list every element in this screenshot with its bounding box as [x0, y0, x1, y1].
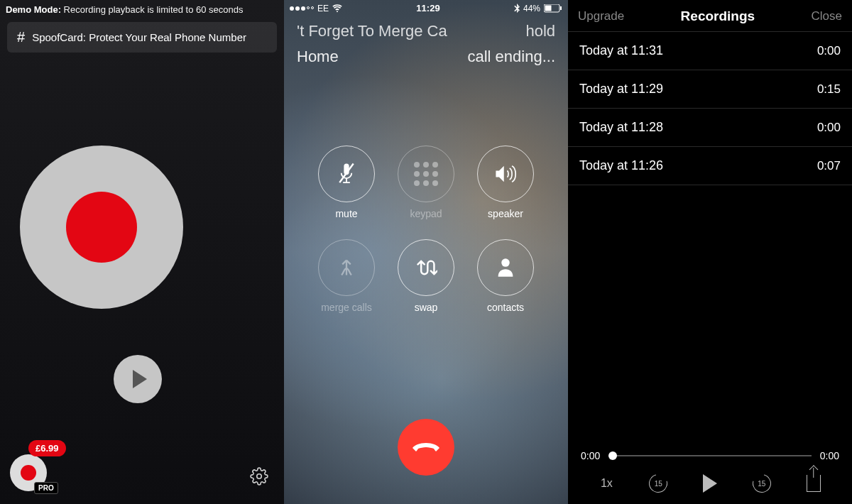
recording-label: Today at 11:26 [579, 158, 663, 173]
swap-button[interactable]: swap [386, 239, 466, 313]
keypad-icon [414, 162, 438, 186]
hash-icon: # [17, 29, 25, 45]
call-contact-name: 't Forget To Merge Ca [297, 22, 447, 40]
pro-dot-icon [21, 465, 36, 481]
speaker-icon [493, 164, 518, 184]
settings-button[interactable] [250, 467, 268, 488]
recording-label: Today at 11:29 [579, 82, 663, 97]
recording-duration: 0:00 [817, 121, 841, 135]
svg-rect-2 [545, 5, 551, 11]
recording-row[interactable]: Today at 11:31 0:00 [568, 31, 852, 70]
scrubber-thumb-icon [608, 451, 617, 460]
recording-duration: 0:07 [817, 159, 841, 173]
keypad-label: keypad [410, 208, 442, 219]
recording-row[interactable]: Today at 11:29 0:15 [568, 70, 852, 109]
upgrade-button[interactable]: Upgrade [578, 9, 624, 23]
demo-mode-label: Demo Mode: [6, 4, 61, 15]
call-controls-grid: mute keypad speaker merge calls swap con… [284, 146, 568, 313]
contacts-label: contacts [487, 302, 524, 313]
playback-speed-button[interactable]: 1x [581, 477, 633, 490]
secondary-call-status: call ending... [467, 48, 555, 66]
swap-label: swap [415, 302, 438, 313]
pro-price-badge: £6.99 [28, 440, 66, 456]
contacts-icon [496, 257, 515, 278]
recorder-screen: Demo Mode: Recording playback is limited… [0, 0, 284, 504]
pro-upsell-button[interactable]: £6.99 PRO [10, 449, 53, 491]
play-icon [703, 474, 717, 493]
call-info: 't Forget To Merge Ca hold Home call end… [284, 15, 568, 66]
recording-row[interactable]: Today at 11:28 0:00 [568, 109, 852, 147]
recording-duration: 0:00 [817, 44, 841, 58]
mute-label: mute [335, 208, 357, 219]
share-icon [807, 475, 821, 492]
end-call-button[interactable] [398, 419, 454, 476]
mute-button[interactable]: mute [307, 146, 386, 219]
skip-back-label: 15 [655, 480, 662, 488]
end-call-icon [411, 440, 441, 454]
share-button[interactable] [787, 475, 839, 492]
record-icon [66, 192, 137, 263]
playback-play-button[interactable] [684, 474, 736, 493]
skip-forward-label: 15 [758, 480, 765, 488]
pro-label-badge: PRO [34, 482, 58, 494]
mute-icon [336, 162, 357, 186]
svg-point-0 [257, 474, 262, 479]
merge-label: merge calls [321, 302, 372, 313]
promo-banner[interactable]: # SpoofCard: Protect Your Real Phone Num… [7, 22, 277, 53]
battery-icon [544, 4, 562, 13]
status-time: 11:29 [416, 3, 439, 13]
carrier-label: EE [317, 4, 329, 13]
play-icon [133, 370, 147, 388]
merge-calls-button[interactable]: merge calls [307, 239, 386, 313]
playback-speed-label: 1x [601, 477, 613, 490]
call-hold-status: hold [525, 22, 555, 40]
battery-percent: 44% [523, 4, 540, 13]
wifi-icon [332, 4, 342, 12]
playback-bar: 0:00 0:00 1x 15 15 [568, 442, 852, 504]
playback-scrubber[interactable] [608, 455, 812, 456]
swap-icon [415, 258, 437, 278]
demo-mode-banner: Demo Mode: Recording playback is limited… [0, 0, 284, 19]
recording-label: Today at 11:31 [579, 43, 663, 58]
promo-text: SpoofCard: Protect Your Real Phone Numbe… [32, 31, 246, 43]
demo-mode-text: Recording playback is limited to 60 seco… [61, 4, 244, 15]
contacts-button[interactable]: contacts [466, 239, 545, 313]
recordings-title: Recordings [681, 9, 755, 24]
signal-icon [290, 6, 314, 11]
keypad-button[interactable]: keypad [386, 146, 466, 219]
playback-total: 0:00 [820, 450, 839, 461]
recordings-header: Upgrade Recordings Close [568, 0, 852, 31]
play-button[interactable] [114, 355, 162, 403]
call-screen: EE 11:29 44% 't Forget To Merge Ca hold … [284, 0, 568, 504]
recording-label: Today at 11:28 [579, 120, 663, 135]
svg-point-8 [501, 258, 510, 267]
record-button[interactable] [20, 146, 183, 309]
merge-icon [337, 257, 356, 278]
speaker-button[interactable]: speaker [466, 146, 545, 219]
status-bar: EE 11:29 44% [284, 0, 568, 15]
recordings-screen: Upgrade Recordings Close Today at 11:31 … [568, 0, 852, 504]
speaker-label: speaker [488, 208, 523, 219]
recordings-list: Today at 11:31 0:00 Today at 11:29 0:15 … [568, 31, 852, 185]
playback-position: 0:00 [581, 450, 600, 461]
bluetooth-icon [514, 4, 520, 13]
svg-rect-3 [560, 6, 562, 10]
gear-icon [250, 467, 268, 486]
skip-forward-button[interactable]: 15 [736, 474, 787, 493]
recording-duration: 0:15 [817, 82, 841, 97]
recording-row[interactable]: Today at 11:26 0:07 [568, 147, 852, 185]
secondary-call-name: Home [297, 48, 339, 66]
close-button[interactable]: Close [812, 9, 842, 23]
skip-back-button[interactable]: 15 [633, 474, 684, 493]
